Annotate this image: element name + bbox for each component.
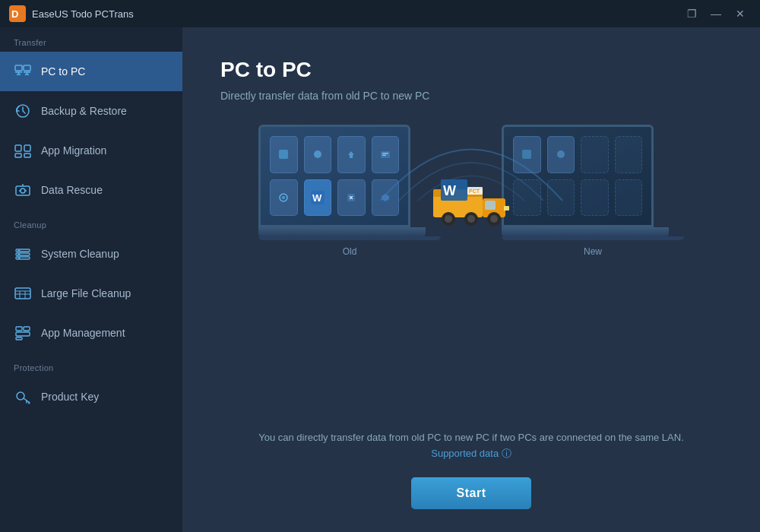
new-pc-label: New	[584, 246, 602, 257]
main-layout: Transfer PC to PC	[0, 27, 760, 532]
sidebar-item-app-migration-label: App Migration	[41, 144, 106, 157]
description-text: You can directly transfer data from old …	[236, 430, 707, 462]
app-icon-5	[270, 179, 298, 217]
sidebar-item-system-cleanup[interactable]: System Cleanup	[0, 234, 182, 274]
svg-rect-3	[24, 65, 30, 71]
page-title: PC to PC	[220, 58, 722, 82]
svg-rect-65	[504, 206, 509, 211]
sidebar-item-backup-restore-label: Backup & Restore	[41, 105, 127, 117]
description-block: You can directly transfer data from old …	[220, 430, 722, 462]
svg-rect-33	[16, 337, 22, 340]
backup-restore-icon	[14, 102, 32, 120]
titlebar: D EaseUS Todo PCTrans ❐ — ✕	[0, 0, 760, 27]
transfer-section-label: Transfer	[0, 27, 182, 52]
sidebar-item-large-file-cleanup-label: Large File Cleanup	[41, 287, 131, 299]
titlebar-left: D EaseUS Todo PCTrans	[9, 5, 134, 22]
supported-data-link[interactable]: Supported data	[431, 448, 499, 459]
data-rescue-icon	[14, 181, 32, 199]
sidebar-item-app-management-label: App Management	[41, 327, 125, 339]
truck-icon: W PCT	[429, 176, 513, 233]
svg-point-60	[445, 215, 452, 223]
minimize-button[interactable]: —	[705, 5, 727, 22]
sidebar-item-system-cleanup-label: System Cleanup	[41, 248, 119, 260]
new-laptop-stand	[502, 236, 684, 240]
svg-rect-14	[24, 154, 30, 157]
sidebar-item-pc-to-pc[interactable]: PC to PC	[0, 52, 182, 91]
sidebar-item-large-file-cleanup[interactable]: Large File Cleanup	[0, 274, 182, 313]
app-management-icon	[14, 324, 32, 342]
app-icon-6: W	[304, 179, 332, 217]
svg-text:W: W	[443, 183, 456, 198]
app-icon-1	[270, 136, 298, 173]
svg-point-62	[467, 215, 475, 223]
sidebar-item-app-migration[interactable]: App Migration	[0, 131, 182, 170]
sidebar-item-app-management[interactable]: App Management	[0, 313, 182, 353]
svg-rect-26	[15, 288, 30, 299]
info-icon: ⓘ	[502, 448, 511, 459]
sidebar: Transfer PC to PC	[0, 27, 182, 532]
truck-container: W PCT	[429, 176, 513, 233]
app-icon-2	[304, 136, 332, 173]
svg-point-64	[490, 215, 498, 223]
svg-point-40	[314, 150, 321, 158]
titlebar-controls: ❐ — ✕	[681, 5, 751, 22]
app-title: EaseUS Todo PCTrans	[32, 8, 134, 20]
pc-to-pc-icon	[14, 62, 32, 81]
sidebar-item-data-rescue[interactable]: Data Rescue	[0, 170, 182, 210]
page-subtitle: Directly transfer data from old PC to ne…	[220, 90, 722, 102]
svg-rect-2	[15, 65, 22, 71]
illustration-area: W Old	[220, 125, 722, 415]
svg-rect-15	[16, 186, 30, 195]
svg-point-17	[21, 188, 25, 193]
sidebar-item-backup-restore[interactable]: Backup & Restore	[0, 91, 182, 131]
svg-rect-13	[15, 154, 21, 157]
system-cleanup-icon	[14, 245, 32, 263]
svg-rect-31	[16, 327, 22, 331]
svg-text:D: D	[11, 8, 18, 20]
product-key-icon	[14, 388, 32, 406]
svg-text:W: W	[312, 192, 322, 204]
new-laptop-base	[502, 227, 669, 236]
app-migration-icon	[14, 141, 32, 160]
new-app-icon-4	[615, 136, 643, 173]
close-button[interactable]: ✕	[730, 5, 751, 22]
svg-text:PCT: PCT	[469, 188, 480, 194]
app-logo-icon: D	[9, 5, 26, 22]
content-area: PC to PC Directly transfer data from old…	[182, 27, 760, 532]
sidebar-item-data-rescue-label: Data Rescue	[41, 184, 103, 196]
sidebar-item-pc-to-pc-label: PC to PC	[41, 65, 85, 78]
old-laptop-base	[258, 227, 426, 236]
svg-rect-34	[24, 327, 30, 331]
svg-rect-39	[279, 150, 288, 159]
svg-rect-11	[15, 145, 21, 151]
svg-rect-53	[485, 201, 496, 210]
old-pc-label: Old	[343, 246, 357, 257]
start-button-container: Start	[220, 477, 722, 509]
sidebar-item-product-key[interactable]: Product Key	[0, 377, 182, 416]
new-app-icon-8	[615, 179, 643, 217]
start-button[interactable]: Start	[411, 477, 532, 509]
cleanup-section-label: Cleanup	[0, 210, 182, 234]
svg-rect-12	[24, 145, 30, 151]
svg-point-45	[282, 196, 285, 199]
large-file-cleanup-icon	[14, 284, 32, 302]
sidebar-item-product-key-label: Product Key	[41, 391, 99, 403]
old-laptop-stand	[258, 236, 441, 240]
protection-section-label: Protection	[0, 353, 182, 377]
svg-rect-32	[16, 332, 30, 336]
restore-button[interactable]: ❐	[681, 5, 702, 22]
